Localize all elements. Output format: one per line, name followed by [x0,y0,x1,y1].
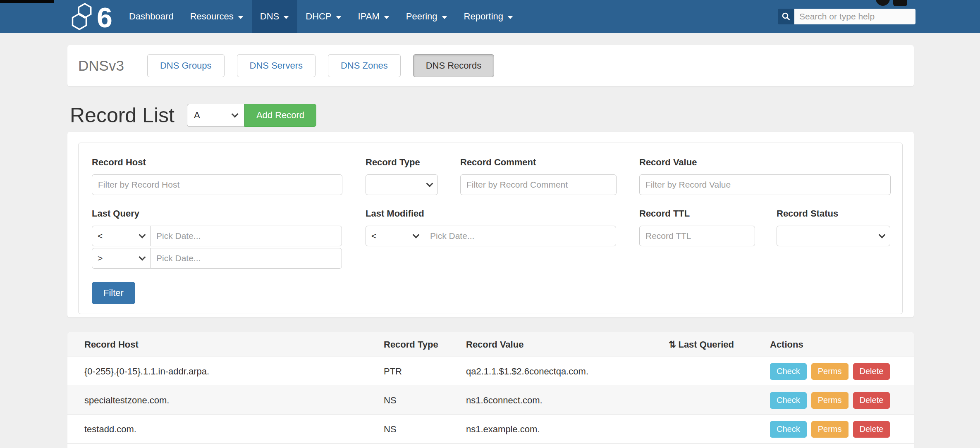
table-row: specialtestzone.com. NS ns1.6connect.com… [67,386,914,415]
nav-item-label: Resources [190,11,234,22]
filter-panel: Record Host Record Type Record Comment R… [78,143,903,314]
last-modified-date-input[interactable] [424,226,616,246]
cell-record-host: testadd.com. [67,424,384,435]
top-navbar: 6 Dashboard Resources DNS DHCP IPAM Peer… [0,0,980,33]
cell-actions: Check Perms Delete [767,363,914,380]
record-value-label: Record Value [639,157,697,168]
last-query-before-date-input[interactable] [150,248,342,269]
caret-down-icon [442,16,447,19]
op-value: > [98,253,103,263]
tab-dns-zones[interactable]: DNS Zones [328,54,401,77]
col-header-label: Last Queried [678,339,734,350]
tab-dns-servers[interactable]: DNS Servers [237,54,316,77]
last-query-gt-op-select[interactable]: > [92,248,151,269]
page-title: Record List [70,103,174,127]
col-header-record-value: Record Value [466,339,669,350]
table-header-row: Record Host Record Type Record Value ⇅ L… [67,332,914,357]
nav-item-dhcp[interactable]: DHCP [297,0,349,33]
record-type-label: Record Type [366,157,420,168]
nav-item-label: Reporting [464,11,503,22]
window-chrome-fragment [0,0,54,3]
last-modified-label: Last Modified [366,208,424,219]
chevron-down-icon [231,111,238,118]
window-chrome-fragment [876,0,890,6]
nav-item-resources[interactable]: Resources [182,0,252,33]
op-value: < [98,231,103,241]
chevron-down-icon [413,231,420,238]
caret-down-icon [384,16,390,19]
record-ttl-label: Record TTL [639,208,690,219]
cell-record-value: ns1.6connect.com. [466,395,669,406]
delete-button[interactable]: Delete [853,392,890,409]
last-query-after-date-input[interactable] [150,226,342,246]
col-header-record-host: Record Host [67,339,384,350]
delete-button[interactable]: Delete [853,363,890,380]
search-icon[interactable] [778,9,794,24]
cell-actions: Check Perms Delete [767,421,914,438]
nav-item-ipam[interactable]: IPAM [350,0,398,33]
col-header-last-queried[interactable]: ⇅ Last Queried [669,339,767,350]
record-ttl-filter-input[interactable] [639,226,755,246]
record-status-label: Record Status [777,208,838,219]
last-query-lt-op-select[interactable]: < [92,226,151,246]
nav-item-label: Dashboard [129,11,174,22]
delete-button[interactable]: Delete [853,421,890,438]
6connect-logo: 6 [62,1,117,35]
check-button[interactable]: Check [770,363,807,380]
cell-record-host: {0-255}.{0-15}.1.1.in-addr.arpa. [67,366,384,377]
nav-item-dns[interactable]: DNS [252,0,297,33]
cell-record-type: PTR [384,366,466,377]
record-list-header: Record List A Add Record [70,103,316,127]
check-button[interactable]: Check [770,421,807,438]
add-record-button[interactable]: Add Record [244,104,316,127]
nav-item-reporting[interactable]: Reporting [456,0,521,33]
nav-item-label: DNS [260,11,279,22]
record-type-selected-value: A [194,110,200,121]
record-type-select[interactable]: A [187,104,244,127]
records-table: Record Host Record Type Record Value ⇅ L… [67,332,914,448]
perms-button[interactable]: Perms [811,421,849,438]
caret-down-icon [238,16,244,19]
record-host-label: Record Host [92,157,146,168]
nav-item-label: Peering [406,11,437,22]
cell-record-type: NS [384,424,466,435]
tab-dns-groups[interactable]: DNS Groups [147,54,225,77]
record-comment-filter-input[interactable] [460,174,617,195]
nav-item-peering[interactable]: Peering [398,0,456,33]
last-modified-op-select[interactable]: < [366,226,424,246]
filter-submit-button[interactable]: Filter [92,282,135,304]
sort-icon: ⇅ [669,339,676,350]
table-row: testadd.com. NS ns1.example.com. Check P… [67,415,914,444]
last-query-label: Last Query [92,208,139,219]
global-search [778,9,915,24]
chevron-down-icon [139,254,146,261]
record-value-filter-input[interactable] [639,174,891,195]
nav-item-dashboard[interactable]: Dashboard [121,0,182,33]
caret-down-icon [507,16,513,19]
caret-down-icon [336,16,342,19]
tab-dns-records[interactable]: DNS Records [413,54,494,77]
check-button[interactable]: Check [770,392,807,409]
cell-record-value: ns1.example.com. [466,424,669,435]
svg-text:6: 6 [97,2,112,33]
op-value: < [371,231,376,241]
record-status-filter-select[interactable] [777,226,890,246]
cell-actions: Check Perms Delete [767,392,914,409]
chevron-down-icon [426,180,433,187]
perms-button[interactable]: Perms [811,363,849,380]
caret-down-icon [283,16,289,19]
record-type-filter-select[interactable] [366,174,438,195]
col-header-actions: Actions [767,339,914,350]
record-comment-label: Record Comment [460,157,536,168]
table-row: {0-255}.{0-15}.1.1.in-addr.arpa. PTR qa2… [67,357,914,386]
perms-button[interactable]: Perms [811,392,849,409]
cell-record-host: specialtestzone.com. [67,395,384,406]
nav-item-label: DHCP [306,11,331,22]
chevron-down-icon [879,231,886,238]
dnsv3-subnav: DNSv3 DNS Groups DNS Servers DNS Zones D… [67,45,914,86]
cell-record-type: NS [384,395,466,406]
search-input[interactable] [794,9,915,24]
record-host-filter-input[interactable] [92,174,342,195]
subnav-title: DNSv3 [78,57,124,74]
chevron-down-icon [139,231,146,238]
